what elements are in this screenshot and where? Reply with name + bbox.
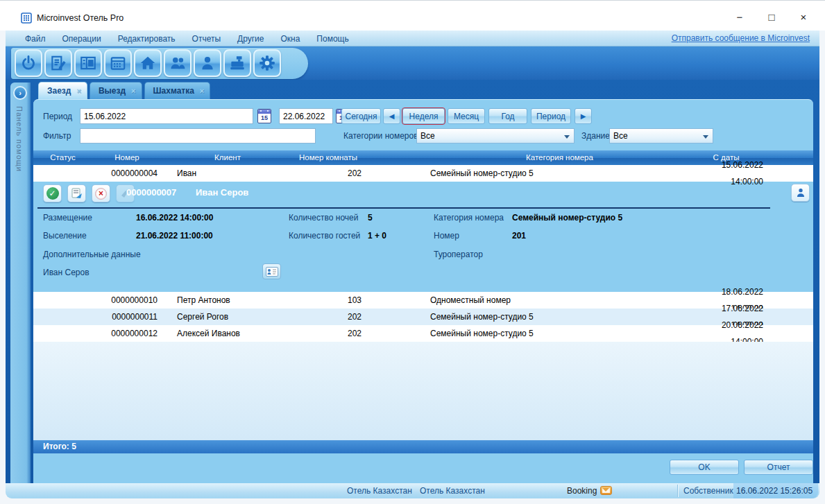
menu-help[interactable]: Помощь: [316, 34, 348, 44]
tab-close-icon[interactable]: ×: [76, 87, 80, 95]
room-number: 202: [294, 309, 363, 325]
tab-close-icon[interactable]: ×: [200, 87, 204, 95]
cancel-x-icon: ×: [95, 188, 107, 200]
column-number[interactable]: Номер: [92, 150, 162, 165]
building-label: Здание: [581, 131, 610, 141]
room-number: 103: [294, 292, 363, 309]
client-name: Алексей Иванов: [162, 325, 294, 342]
contact-card-icon: [266, 267, 278, 277]
touroperator-label: Туроператор: [434, 250, 483, 259]
edit-reservation-button[interactable]: [67, 184, 86, 202]
menu-edit[interactable]: Редактировать: [118, 34, 176, 44]
home-icon: [139, 54, 157, 72]
app-logo-icon: [21, 12, 32, 24]
column-status[interactable]: Статус: [33, 150, 92, 165]
period-button[interactable]: Период: [531, 108, 571, 124]
send-message-link[interactable]: Отправить сообщение в Microinvest: [672, 33, 810, 43]
date-to-input[interactable]: [279, 108, 333, 124]
status-bar: Отель Казахстан Отель Казахстан Booking …: [6, 483, 819, 498]
prev-period-button[interactable]: ◀: [383, 108, 400, 124]
calendar-view-button[interactable]: [104, 49, 132, 77]
help-panel-expand-button[interactable]: ›: [13, 86, 27, 100]
menu-windows[interactable]: Окна: [280, 34, 300, 44]
tab-chessboard[interactable]: Шахматка ×: [144, 82, 211, 99]
menu-operations[interactable]: Операции: [62, 34, 101, 44]
building-select[interactable]: Все: [609, 128, 713, 144]
room-category: Одноместный номер: [363, 292, 689, 309]
clients-button[interactable]: [194, 49, 221, 77]
room-categories-label: Категории номеров: [343, 131, 418, 141]
rooms-button[interactable]: [134, 49, 162, 77]
reservation-number: 0000000012: [92, 325, 162, 342]
menu-other[interactable]: Другие: [237, 34, 264, 44]
exit-button[interactable]: [15, 49, 42, 77]
table-row[interactable]: 0000000012 Алексей Иванов 202 Семейный н…: [33, 325, 813, 342]
year-button[interactable]: Год: [488, 108, 527, 124]
next-period-button[interactable]: ▶: [575, 108, 592, 124]
filter-input[interactable]: [80, 128, 316, 144]
room-category: Семейный номер-студио 5: [363, 325, 689, 342]
cancel-reservation-button[interactable]: ×: [92, 184, 110, 202]
date-from-input[interactable]: [80, 108, 253, 124]
detail-reservation-number: 0000000007: [126, 187, 176, 198]
help-panel: › Панель помощи: [10, 82, 31, 483]
guest-profile-button[interactable]: [791, 184, 810, 202]
left-arrow-icon: ◀: [389, 112, 395, 120]
edit-document-icon: [49, 54, 67, 72]
guests-button[interactable]: [164, 49, 192, 77]
checkout-value: 21.06.2022 11:00:00: [136, 231, 213, 241]
tab-departure-label: Выезд: [99, 86, 126, 96]
month-button[interactable]: Месяц: [448, 108, 485, 124]
status-booking-label: Booking: [567, 486, 597, 496]
panel-view-button[interactable]: [74, 49, 102, 77]
detail-divider: [37, 207, 770, 209]
maximize-button[interactable]: □: [756, 6, 788, 27]
room-categories-select[interactable]: Все: [416, 128, 575, 144]
status-hotel-right: Отель Казахстан: [420, 486, 485, 496]
column-client[interactable]: Клиент: [162, 150, 294, 165]
guest-contact-card-button[interactable]: [262, 263, 281, 279]
reservation-number: 0000000010: [92, 292, 162, 309]
right-arrow-icon: ▶: [581, 112, 586, 120]
guest-name: Иван Серов: [43, 268, 90, 277]
settings-button[interactable]: [253, 49, 281, 77]
menu-file[interactable]: Файл: [25, 34, 46, 44]
guests-count-label: Количество гостей: [289, 231, 360, 241]
tab-close-icon[interactable]: ×: [131, 87, 135, 95]
column-category[interactable]: Категория номера: [363, 150, 689, 165]
window-title: Microinvest Отель Pro: [37, 13, 124, 23]
tab-arrival[interactable]: Заезд ×: [38, 82, 87, 99]
close-button[interactable]: ×: [788, 6, 819, 27]
title-bar: Microinvest Отель Pro − □ ×: [0, 0, 825, 31]
reservation-number: 0000000004: [92, 165, 162, 182]
report-button[interactable]: Отчет: [744, 460, 813, 475]
status-user: Собственник: [683, 486, 733, 496]
client-name: Иван: [162, 165, 294, 182]
cash-register-button[interactable]: [223, 49, 251, 77]
menu-reports[interactable]: Отчеты: [192, 34, 221, 44]
tab-arrival-label: Заезд: [47, 86, 71, 96]
toolbar: [6, 46, 819, 80]
today-button[interactable]: Сегодня: [341, 108, 381, 124]
room-label: Номер: [434, 231, 459, 241]
week-button[interactable]: Неделя: [402, 108, 445, 124]
ok-button[interactable]: OK: [670, 460, 739, 475]
settings-gear-icon: [258, 54, 276, 72]
new-reservation-button[interactable]: [44, 49, 72, 77]
minimize-button[interactable]: −: [724, 6, 756, 27]
panel-icon: [79, 54, 97, 72]
chevron-down-icon: [564, 135, 570, 139]
envelope-icon[interactable]: [600, 486, 612, 495]
tab-departure[interactable]: Выезд ×: [90, 82, 142, 99]
nights-label: Количество ночей: [289, 213, 358, 223]
help-panel-label: Панель помощи: [15, 106, 24, 172]
reservation-number: 0000000011: [92, 309, 162, 325]
date-from-calendar-button[interactable]: 15: [257, 109, 271, 123]
category-label: Категория номера: [434, 213, 504, 223]
room-category: Семейный номер-студио 5: [363, 309, 689, 325]
table-row[interactable]: 0000000004 Иван 202 Семейный номер-студи…: [33, 165, 813, 182]
client-name: Сергей Рогов: [162, 309, 294, 325]
column-room[interactable]: Номер комнаты: [294, 150, 363, 165]
confirm-checkin-button[interactable]: ✓: [43, 184, 62, 202]
person-icon: [198, 54, 216, 72]
